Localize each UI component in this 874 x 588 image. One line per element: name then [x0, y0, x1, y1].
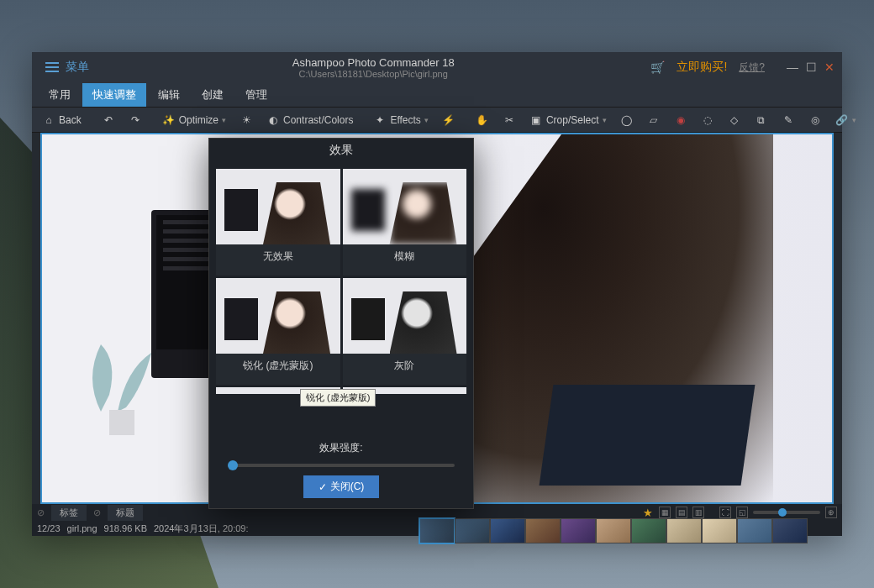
sidebar-right[interactable] [834, 133, 842, 504]
view-1-icon[interactable]: ▦ [659, 507, 671, 518]
tool-lasso-button[interactable]: ◯ [615, 111, 639, 129]
target-icon: ◎ [808, 113, 822, 127]
brightness-button[interactable]: ☀ [234, 111, 258, 129]
contrast-button[interactable]: ◐Contrast/Colors [261, 111, 358, 129]
effect-label: 灰阶 [343, 354, 467, 385]
main-tabs: 常用 快速调整 编辑 创建 管理 [32, 82, 842, 108]
thumbnail[interactable] [738, 519, 771, 543]
view-2-icon[interactable]: ▤ [676, 507, 687, 518]
favorite-icon[interactable]: ★ [642, 507, 654, 518]
cart-icon[interactable]: 🛒 [650, 60, 665, 74]
sharpen-button[interactable]: ⚡ [437, 111, 461, 129]
optimize-button[interactable]: ✨Optimize▾ [157, 111, 231, 129]
contrast-icon: ◐ [266, 113, 280, 127]
status-size: 918.96 KB [104, 523, 147, 533]
toolbar: ⌂Back ↶ ↷ ✨Optimize▾ ☀ ◐Contrast/Colors … [32, 108, 842, 133]
status-date: 2024年3月13日, 20:09: [154, 522, 249, 535]
effect-sharpen[interactable]: 锐化 (虚光蒙版) [216, 278, 340, 385]
redo-icon: ↷ [129, 113, 142, 127]
status-filename: girl.png [67, 523, 97, 533]
bottom-tab-title[interactable]: 标题 [108, 505, 143, 521]
sparkle-icon: ✦ [373, 113, 387, 127]
effect-label: 无效果 [216, 244, 340, 276]
sharpen-icon: ⚡ [442, 113, 455, 127]
title-bar: 菜单 Ashampoo Photo Commander 18 C:\Users\… [32, 52, 842, 82]
check-icon: ✓ [319, 481, 327, 493]
eraser-icon: ◇ [728, 113, 741, 127]
fullscreen-icon[interactable]: ⛶ [719, 507, 731, 518]
thumbnail[interactable] [420, 519, 454, 543]
tab-quick-adjust[interactable]: 快速调整 [82, 83, 146, 107]
home-icon: ⌂ [42, 113, 55, 127]
thumbnail[interactable] [491, 519, 524, 543]
file-path: C:\Users\18181\Desktop\Pic\girl.png [96, 69, 650, 79]
tool-5-button[interactable]: ◌ [696, 111, 719, 129]
zoom-reset-icon[interactable]: ⊕ [825, 507, 837, 518]
svg-rect-0 [109, 410, 134, 435]
tool-link-button[interactable]: 🔗▾ [830, 111, 861, 129]
undo-icon: ↶ [102, 113, 115, 127]
scissors-icon: ✂ [503, 113, 516, 127]
thumbnail[interactable] [561, 519, 595, 543]
tool-redeye-button[interactable]: ◉ [669, 111, 692, 129]
sun-icon: ☀ [240, 113, 253, 127]
view-3-icon[interactable]: ▥ [692, 507, 704, 518]
bottom-tab-tag[interactable]: 标签 [51, 505, 87, 521]
buy-now-link[interactable]: 立即购买! [677, 60, 727, 75]
tool-eraser-button[interactable]: ◇ [723, 111, 746, 129]
hand-button[interactable]: ✋ [471, 111, 494, 129]
photo-plant [76, 328, 176, 445]
wand-icon: ✨ [162, 113, 176, 127]
thumbnail[interactable] [703, 519, 736, 543]
effects-button[interactable]: ✦Effects▾ [368, 111, 433, 129]
zoom-slider[interactable] [753, 511, 820, 514]
menu-label: 菜单 [66, 60, 89, 75]
redeye-icon: ◉ [674, 113, 687, 127]
dialog-close-button[interactable]: ✓ 关闭(C) [303, 475, 380, 498]
photo-laptop [540, 385, 756, 486]
scissors-button[interactable]: ✂ [498, 111, 521, 129]
effect-blur[interactable]: 模糊 [343, 169, 467, 276]
sidebar-left[interactable] [32, 133, 40, 504]
thumbnail[interactable] [667, 519, 701, 543]
crop-icon: ▣ [529, 113, 543, 127]
tab-common[interactable]: 常用 [39, 83, 81, 107]
clone-icon: ⧉ [755, 113, 768, 127]
dialog-title: 效果 [209, 139, 473, 162]
effect-none[interactable]: 无效果 [216, 169, 340, 276]
tool-perspective-button[interactable]: ▱ [642, 111, 666, 129]
tool-brush-button[interactable]: ✎ [777, 111, 800, 129]
intensity-slider[interactable] [228, 464, 455, 467]
minimize-button[interactable]: — [787, 61, 798, 73]
tab-edit[interactable]: 编辑 [148, 83, 190, 107]
close-button[interactable]: ✕ [824, 61, 835, 73]
app-title: Ashampoo Photo Commander 18 [96, 56, 650, 69]
menu-button[interactable]: 菜单 [39, 56, 96, 78]
thumbnail[interactable] [597, 519, 630, 543]
maximize-button[interactable]: ☐ [805, 61, 817, 73]
spot-icon: ◌ [701, 113, 714, 127]
tooltip: 锐化 (虚光蒙版) [300, 389, 376, 407]
back-button[interactable]: ⌂Back [37, 111, 87, 129]
thumbnail[interactable] [526, 519, 560, 543]
tab-create[interactable]: 创建 [192, 83, 234, 107]
intensity-label: 效果强度: [319, 441, 362, 455]
redo-button[interactable]: ↷ [124, 111, 147, 129]
thumbnail-strip [420, 519, 840, 544]
thumbnail[interactable] [773, 519, 807, 543]
effect-grayscale[interactable]: 灰阶 [343, 278, 467, 385]
tool-clone-button[interactable]: ⧉ [750, 111, 773, 129]
thumbnail[interactable] [455, 519, 489, 543]
feedback-link[interactable]: 反馈? [739, 60, 765, 75]
thumbnail[interactable] [632, 519, 666, 543]
status-index: 12/23 [37, 523, 61, 533]
brush-icon: ✎ [782, 113, 795, 127]
crop-button[interactable]: ▣Crop/Select▾ [524, 111, 612, 129]
tab-manage[interactable]: 管理 [235, 83, 277, 107]
undo-button[interactable]: ↶ [97, 111, 120, 129]
effect-label: 模糊 [343, 244, 467, 276]
resize-button[interactable]: ⤢Resize▾ [871, 111, 874, 129]
fit-icon[interactable]: ◱ [736, 507, 748, 518]
hand-icon: ✋ [476, 113, 489, 127]
tool-focus-button[interactable]: ◎ [803, 111, 827, 129]
